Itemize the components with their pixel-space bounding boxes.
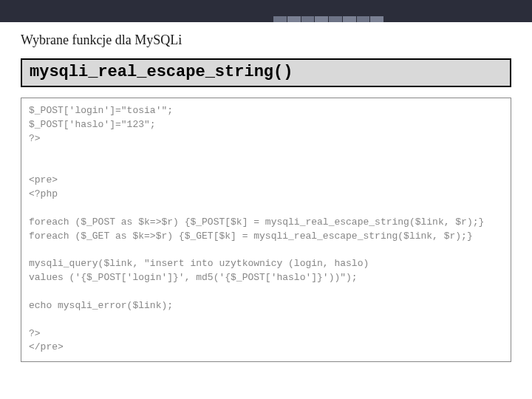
code-sample: $_POST['login']="tosia'"; $_POST['haslo'… [21, 98, 511, 362]
section-title: Wybrane funkcje dla MySQLi [21, 33, 511, 48]
header-accent [273, 16, 384, 22]
function-name-box: mysqli_real_escape_string() [21, 58, 511, 87]
slide-header-bar [0, 0, 532, 22]
slide-content: Wybrane funkcje dla MySQLi mysqli_real_e… [0, 22, 532, 362]
function-name: mysqli_real_escape_string() [30, 63, 293, 81]
